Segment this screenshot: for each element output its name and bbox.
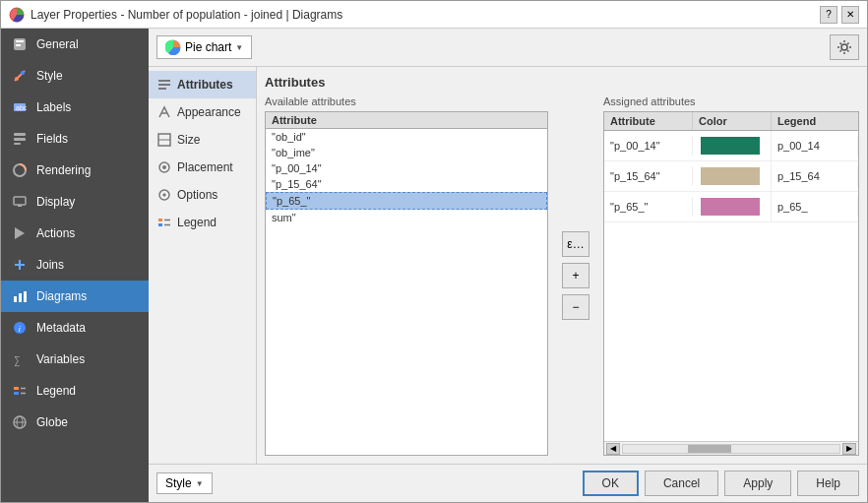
window-title: Layer Properties - Number of population …: [31, 8, 342, 22]
tab-legend-label: Legend: [177, 216, 217, 229]
style-dropdown-arrow-icon: ▼: [196, 479, 204, 488]
remove-attribute-button[interactable]: −: [562, 294, 589, 320]
table-row: "p_65_" p_65_: [604, 192, 858, 222]
list-item-selected[interactable]: "p_65_": [266, 192, 547, 210]
chart-type-dropdown[interactable]: Pie chart ▼: [156, 35, 252, 59]
tab-attributes-label: Attributes: [177, 78, 233, 92]
scroll-right-button[interactable]: ▶: [842, 443, 856, 455]
expression-button[interactable]: ε…: [562, 231, 589, 257]
list-item[interactable]: sum": [266, 210, 547, 225]
sidebar-label-display: Display: [36, 195, 75, 209]
tab-appearance[interactable]: Appearance: [149, 98, 256, 126]
middle-buttons: ε… + −: [558, 95, 593, 456]
svg-rect-8: [14, 133, 26, 136]
svg-rect-40: [158, 223, 162, 226]
svg-rect-39: [158, 219, 162, 221]
svg-rect-2: [16, 40, 24, 42]
labels-icon: abc: [11, 98, 29, 116]
tab-placement-label: Placement: [177, 160, 233, 174]
top-toolbar: Pie chart ▼: [149, 29, 867, 67]
add-attribute-button[interactable]: +: [562, 263, 589, 288]
display-icon: [11, 193, 29, 211]
settings-button[interactable]: [830, 34, 859, 60]
scroll-left-button[interactable]: ◀: [606, 443, 620, 455]
tab-placement[interactable]: Placement: [149, 154, 256, 181]
assigned-color-cell[interactable]: [693, 131, 772, 160]
assigned-table-header: Attribute Color Legend: [604, 112, 858, 131]
sidebar-label-variables: Variables: [36, 352, 85, 366]
style-dropdown[interactable]: Style ▼: [156, 472, 213, 494]
title-bar-left: Layer Properties - Number of population …: [9, 7, 342, 23]
list-item[interactable]: "ob_ime": [266, 145, 547, 160]
main-content: General Style abc Labels Fi: [1, 29, 867, 502]
sidebar-item-fields[interactable]: Fields: [1, 123, 149, 155]
left-tabs: Attributes Appearance Size: [149, 67, 257, 464]
joins-icon: [11, 256, 29, 274]
assigned-rows: "p_00_14" p_00_14 "p_15_64": [604, 131, 858, 441]
sidebar-label-joins: Joins: [36, 258, 64, 272]
sidebar-item-variables[interactable]: ∑ Variables: [1, 344, 149, 375]
available-label: Available attributes: [265, 95, 548, 107]
svg-rect-30: [158, 80, 170, 82]
sidebar-item-diagrams[interactable]: Diagrams: [1, 281, 149, 312]
svg-rect-13: [18, 205, 22, 207]
cancel-button[interactable]: Cancel: [645, 471, 718, 496]
chart-type-label: Pie chart: [185, 40, 231, 54]
color-swatch: [701, 137, 760, 155]
color-swatch: [701, 167, 760, 185]
apply-button[interactable]: Apply: [724, 471, 791, 496]
svg-rect-32: [158, 88, 166, 90]
bottom-right-buttons: OK Cancel Apply Help: [583, 471, 859, 496]
metadata-icon: i: [11, 319, 29, 337]
close-window-button[interactable]: ✕: [841, 6, 859, 24]
sidebar-label-actions: Actions: [36, 226, 75, 240]
color-col-header: Color: [693, 112, 772, 130]
attributes-tab-icon: [156, 77, 172, 93]
sidebar-label-labels: Labels: [36, 100, 71, 114]
list-item[interactable]: "p_00_14": [266, 160, 547, 176]
tab-legend[interactable]: Legend: [149, 209, 256, 236]
assigned-color-cell[interactable]: [693, 192, 772, 221]
legend-tab-icon: [156, 215, 172, 230]
main-body: Attributes Available attributes Attribut…: [257, 67, 867, 464]
sidebar-item-style[interactable]: Style: [1, 60, 149, 92]
assigned-color-cell[interactable]: [693, 161, 772, 191]
sidebar-item-labels[interactable]: abc Labels: [1, 92, 149, 123]
sidebar-item-rendering[interactable]: Rendering: [1, 155, 149, 186]
tab-attributes[interactable]: Attributes: [149, 71, 256, 98]
diagrams-icon: [11, 287, 29, 305]
sidebar-item-legend[interactable]: Legend: [1, 375, 149, 407]
list-item[interactable]: "ob_id": [266, 129, 547, 145]
help-window-button[interactable]: ?: [820, 6, 837, 24]
table-row: "p_15_64" p_15_64: [604, 161, 858, 192]
sidebar-item-display[interactable]: Display: [1, 186, 149, 218]
list-item[interactable]: "p_15_64": [266, 176, 547, 192]
svg-rect-22: [14, 392, 19, 395]
sidebar-item-general[interactable]: General: [1, 29, 149, 60]
table-row: "p_00_14" p_00_14: [604, 131, 858, 161]
attr-col-header: Attribute: [604, 112, 693, 130]
sidebar-item-globe[interactable]: Globe: [1, 407, 149, 438]
help-button[interactable]: Help: [797, 471, 859, 496]
dropdown-arrow-icon: ▼: [235, 43, 243, 52]
right-panel: Pie chart ▼: [149, 29, 867, 502]
assigned-attr-cell: "p_65_": [604, 197, 693, 217]
rendering-icon: [11, 161, 29, 179]
tab-options[interactable]: Options: [149, 181, 256, 209]
sidebar-item-actions[interactable]: Actions: [1, 218, 149, 249]
svg-point-29: [841, 44, 847, 50]
sidebar-item-metadata[interactable]: i Metadata: [1, 312, 149, 344]
tab-size[interactable]: Size: [149, 126, 256, 154]
assigned-legend-cell: p_15_64: [772, 166, 858, 186]
title-bar-buttons: ? ✕: [820, 6, 859, 24]
assigned-legend-cell: p_00_14: [772, 136, 858, 156]
scroll-track[interactable]: [622, 444, 840, 454]
svg-text:abc: abc: [16, 104, 28, 111]
sidebar-item-joins[interactable]: Joins: [1, 249, 149, 281]
svg-rect-15: [14, 296, 17, 302]
scroll-thumb: [688, 445, 731, 453]
svg-rect-9: [14, 138, 26, 141]
ok-button[interactable]: OK: [583, 471, 639, 496]
color-swatch: [701, 198, 760, 216]
style-icon: [11, 67, 29, 85]
